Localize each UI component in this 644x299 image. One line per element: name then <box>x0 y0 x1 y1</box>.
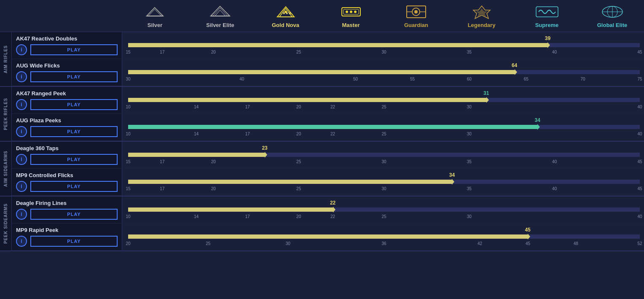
axis-label: 35 <box>467 159 472 164</box>
info-button[interactable]: i <box>16 44 27 55</box>
bar-end-chevron <box>486 97 489 103</box>
silver-elite-icon <box>208 3 233 20</box>
axis-label: 30 <box>467 105 472 109</box>
gold-nova-icon: ★★★ <box>273 3 298 20</box>
gold-nova-label: Gold Nova <box>272 22 299 28</box>
global-elite-icon <box>600 3 625 20</box>
play-button[interactable]: PLAY <box>30 154 118 165</box>
silver-icon <box>142 3 168 20</box>
bar-container: 34 <box>128 117 640 131</box>
drill-chart-1: 341014172022253040 <box>122 114 644 140</box>
drill-name: MP9 Controlled Flicks <box>16 172 118 178</box>
axis-label: 25 <box>206 241 210 246</box>
bar-value: 64 <box>512 62 517 68</box>
drill-row-0: Deagle Firing LinesiPLAY2210141720222530… <box>12 197 644 224</box>
axis-label: 45 <box>637 186 642 191</box>
axis-labels: 1517202530354045 <box>128 50 640 57</box>
axis-label: 45 <box>526 241 530 246</box>
axis-label: 25 <box>296 50 301 54</box>
rank-col-gold-nova: ★★★ Gold Nova <box>253 3 318 28</box>
bar-container: 45 <box>128 227 640 240</box>
svg-point-18 <box>414 10 418 13</box>
svg-point-14 <box>350 11 352 13</box>
axis-label: 30 <box>381 186 386 191</box>
axis-label: 35 <box>467 50 472 54</box>
drill-row-1: MP9 Controlled FlicksiPLAY34151720253035… <box>12 169 644 196</box>
drill-controls: iPLAY <box>16 154 118 165</box>
axis-label: 20 <box>296 214 301 219</box>
drill-controls: iPLAY <box>16 126 118 137</box>
legendary-label: Legendary <box>468 22 496 28</box>
drill-name: MP9 Rapid Peek <box>16 227 118 233</box>
play-button[interactable]: PLAY <box>30 44 118 55</box>
drill-name: AUG Wide Flicks <box>16 62 118 69</box>
axis-label: 20 <box>296 105 301 109</box>
axis-label: 40 <box>637 105 642 109</box>
axis-labels: 3040505560657075 <box>128 77 640 84</box>
drill-name: AK47 Reactive Doubles <box>16 35 118 42</box>
rank-col-silver-elite: Silver Elite <box>188 3 253 28</box>
bar-value: 45 <box>525 227 530 233</box>
rank-col-master: Master <box>318 3 384 28</box>
rank-col-legendary: Legendary <box>449 3 514 28</box>
axis-label: 17 <box>245 105 250 109</box>
play-button[interactable]: PLAY <box>30 71 118 82</box>
axis-label: 40 <box>637 132 642 136</box>
supreme-icon <box>534 3 560 20</box>
main-container: Silver Silver Elite ★★★ <box>0 0 644 251</box>
legendary-icon <box>469 3 494 20</box>
drills-peek-sidearms: Deagle Firing LinesiPLAY2210141720222530… <box>12 197 644 251</box>
info-button[interactable]: i <box>16 99 27 110</box>
bar-container: 23 <box>128 145 640 159</box>
bar-container: 39 <box>128 35 640 49</box>
axis-label: 52 <box>637 241 642 246</box>
axis-label: 30 <box>381 50 386 54</box>
play-button[interactable]: PLAY <box>30 99 118 110</box>
info-button[interactable]: i <box>16 209 27 220</box>
axis-label: 25 <box>381 214 386 219</box>
drill-row-1: AUG Wide FlicksiPLAY643040505560657075 <box>12 59 644 86</box>
drill-chart-0: 311014172022253040 <box>122 87 644 113</box>
info-button[interactable]: i <box>16 236 27 247</box>
axis-label: 40 <box>552 50 557 54</box>
axis-label: 15 <box>126 186 130 191</box>
play-button[interactable]: PLAY <box>30 236 118 247</box>
axis-label: 17 <box>245 132 250 136</box>
axis-label: 22 <box>330 214 335 219</box>
axis-label: 20 <box>296 132 301 136</box>
category-aim-sidearms: Aim SidearmsDeagle 360 TapsiPLAY23151720… <box>0 142 644 197</box>
master-icon <box>338 3 364 20</box>
axis-label: 30 <box>467 132 472 136</box>
info-button[interactable]: i <box>16 71 27 82</box>
play-button[interactable]: PLAY <box>30 181 118 192</box>
axis-label: 60 <box>467 77 472 81</box>
drill-chart-0: 221014172022253040 <box>122 197 644 223</box>
info-button[interactable]: i <box>16 154 27 165</box>
axis-label: 14 <box>194 214 199 219</box>
info-button[interactable]: i <box>16 181 27 192</box>
category-aim-rifles: Aim RiflesAK47 Reactive DoublesiPLAY3915… <box>0 32 644 87</box>
axis-label: 25 <box>296 186 301 191</box>
drill-chart-1: 643040505560657075 <box>122 59 644 86</box>
category-vert-text-peek-sidearms: Peek Sidearms <box>3 203 8 244</box>
drill-sidebar-1: AUG Plaza PeeksiPLAY <box>12 114 122 140</box>
axis-label: 55 <box>410 77 415 81</box>
axis-label: 40 <box>552 159 557 164</box>
drills-aim-sidearms: Deagle 360 TapsiPLAY231517202530354045MP… <box>12 142 644 196</box>
silver-elite-label: Silver Elite <box>206 22 234 28</box>
bar-end-chevron <box>547 42 550 48</box>
axis-label: 17 <box>245 214 250 219</box>
drill-name: Deagle Firing Lines <box>16 200 118 206</box>
svg-text:★★★: ★★★ <box>282 11 292 15</box>
axis-label: 75 <box>637 77 642 81</box>
play-button[interactable]: PLAY <box>30 209 118 220</box>
axis-label: 30 <box>467 214 472 219</box>
axis-label: 25 <box>381 132 386 136</box>
axis-label: 50 <box>353 77 358 81</box>
category-vert-text-peek-rifles: Peek Rifles <box>3 98 8 130</box>
info-button[interactable]: i <box>16 126 27 137</box>
drill-controls: iPLAY <box>16 236 118 247</box>
play-button[interactable]: PLAY <box>30 126 118 137</box>
drill-chart-1: 452025303642454852 <box>122 224 644 250</box>
axis-label: 17 <box>160 186 164 191</box>
